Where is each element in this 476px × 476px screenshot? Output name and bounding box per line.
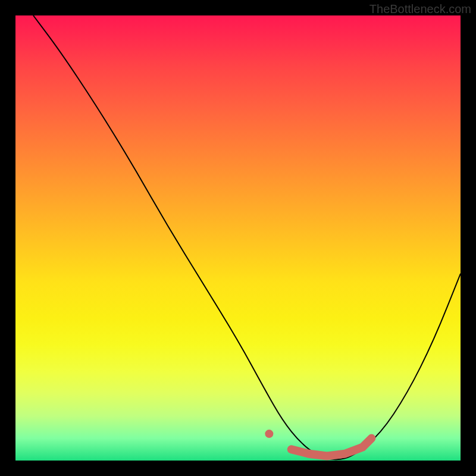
chart-area (15, 15, 461, 461)
curve-svg (15, 15, 461, 461)
marker-dot-icon (265, 430, 273, 438)
bottleneck-curve (33, 15, 461, 459)
marker-valley-segment (292, 439, 372, 456)
watermark-text: TheBottleneck.com (369, 2, 471, 16)
